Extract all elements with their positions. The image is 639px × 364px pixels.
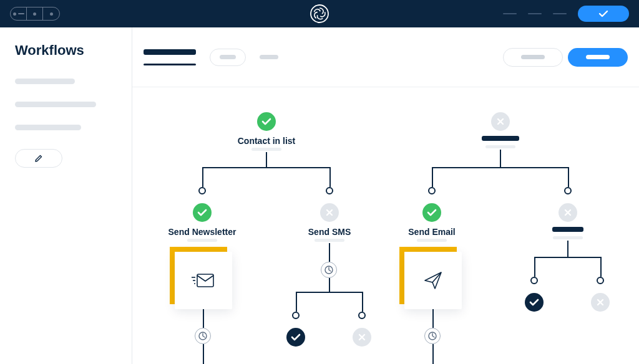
envelope-icon [190, 271, 217, 290]
node-label: Send SMS [308, 227, 351, 237]
content-area: Contact in list Send Newsletter [132, 27, 639, 364]
status-success-icon [257, 112, 276, 131]
connector-dot[interactable] [326, 187, 333, 194]
sidebar-item[interactable] [15, 125, 81, 130]
status-disabled-icon [353, 328, 371, 347]
sidebar: Workflows [0, 27, 132, 364]
connector-dot[interactable] [564, 187, 572, 194]
node-underline [251, 148, 281, 151]
action-card-newsletter[interactable] [175, 252, 232, 309]
primary-action-button[interactable] [568, 48, 628, 67]
tab-tertiary[interactable] [260, 55, 278, 59]
node-label: Send Newsletter [168, 227, 237, 237]
tabs [144, 49, 278, 66]
status-done-icon [286, 328, 305, 347]
edit-button[interactable] [15, 149, 62, 168]
status-disabled-icon [559, 203, 577, 222]
toolbar [132, 27, 639, 87]
toolbar-actions [503, 48, 628, 67]
node-label-placeholder [552, 227, 583, 232]
status-disabled-icon [591, 293, 610, 312]
status-done-icon [525, 293, 544, 312]
nav-pill-group[interactable] [10, 7, 60, 21]
node-underline [187, 239, 217, 242]
connector-dot[interactable] [198, 187, 206, 194]
check-icon [598, 10, 608, 17]
connector-dot[interactable] [358, 312, 366, 319]
nav-link-placeholder[interactable] [553, 13, 567, 15]
svg-line-7 [432, 272, 441, 282]
node-underline [417, 239, 447, 242]
svg-rect-1 [197, 274, 213, 287]
node-underline [553, 236, 583, 239]
action-card-email[interactable] [404, 252, 462, 309]
top-nav [0, 0, 639, 27]
nav-dot-icon [50, 12, 53, 16]
delay-icon[interactable] [195, 328, 211, 344]
connector-dot[interactable] [292, 312, 300, 319]
status-disabled-icon [491, 112, 510, 131]
pencil-icon [34, 154, 43, 163]
connector-dot[interactable] [597, 277, 604, 284]
nav-left-controls [10, 7, 60, 21]
workflow-canvas[interactable]: Contact in list Send Newsletter [132, 87, 639, 364]
secondary-action-button[interactable] [503, 48, 563, 67]
connector-dot[interactable] [428, 187, 436, 194]
node-underline [315, 239, 344, 242]
sidebar-title: Workflows [15, 42, 117, 59]
nav-link-placeholder[interactable] [528, 13, 542, 15]
nav-link-placeholder[interactable] [503, 13, 517, 15]
sidebar-item[interactable] [15, 79, 75, 84]
nav-dash-icon [18, 13, 24, 14]
delay-icon[interactable] [424, 328, 441, 344]
node-label: Send Email [408, 227, 455, 237]
logo-icon [310, 4, 329, 24]
delay-icon[interactable] [321, 262, 337, 278]
tab-active[interactable] [144, 49, 196, 65]
tab-secondary[interactable] [210, 49, 246, 66]
nav-dot-icon [33, 12, 36, 16]
node-label: Contact in list [238, 136, 296, 146]
connector-dot[interactable] [530, 277, 538, 284]
nav-right-controls [503, 6, 629, 22]
node-underline [485, 145, 515, 148]
status-disabled-icon [320, 203, 339, 222]
paper-plane-icon [422, 270, 444, 291]
nav-dot-icon [13, 12, 16, 16]
app-logo[interactable] [310, 4, 329, 26]
confirm-button[interactable] [578, 6, 629, 22]
status-success-icon [422, 203, 441, 222]
sidebar-item[interactable] [15, 102, 96, 107]
status-success-icon [193, 203, 212, 222]
node-label-placeholder [482, 136, 519, 141]
